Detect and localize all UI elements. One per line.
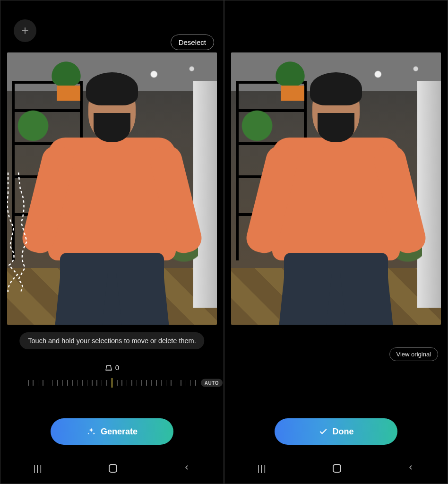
done-button[interactable]: Done [275,418,397,445]
rotation-slider-area: 0 AUTO [0,363,224,389]
back-icon [183,464,190,471]
check-icon [319,427,328,436]
nav-recents-button[interactable]: ||| [34,464,43,474]
photo-canvas[interactable] [231,52,441,325]
nav-back-button[interactable] [183,464,190,473]
slider-value-label: 0 [0,363,224,372]
android-nav-bar: ||| [0,459,224,478]
photo-canvas[interactable] [7,52,217,325]
back-icon [407,464,414,471]
plus-icon [20,26,30,35]
android-nav-bar: ||| [224,459,448,478]
generate-button-label: Generate [101,427,138,437]
add-button[interactable] [14,19,36,42]
view-original-button[interactable]: View original [389,347,438,361]
nav-back-button[interactable] [407,464,414,473]
deselect-button[interactable]: Deselect [171,35,214,50]
nav-recents-button[interactable]: ||| [258,464,267,474]
photo-subject [36,69,188,325]
photo-subject [260,69,412,325]
nav-home-button[interactable] [109,464,117,473]
generate-button[interactable]: Generate [51,418,173,445]
perspective-icon [105,364,112,371]
editor-pane-right: View original Done ||| [224,0,448,484]
photo-column [417,81,441,308]
slider-ticks [27,377,197,389]
auto-badge[interactable]: AUTO [201,379,223,387]
nav-home-button[interactable] [333,464,341,473]
rotation-slider[interactable]: AUTO [27,377,197,389]
photo-column [193,81,217,308]
top-bar: Deselect [0,0,224,52]
slider-value: 0 [115,363,119,372]
sparkle-icon [86,427,96,436]
hint-tooltip: Touch and hold your selections to move o… [19,332,204,349]
done-button-label: Done [333,427,354,437]
editor-pane-left: Deselect Touch and hold your selections … [0,0,224,484]
